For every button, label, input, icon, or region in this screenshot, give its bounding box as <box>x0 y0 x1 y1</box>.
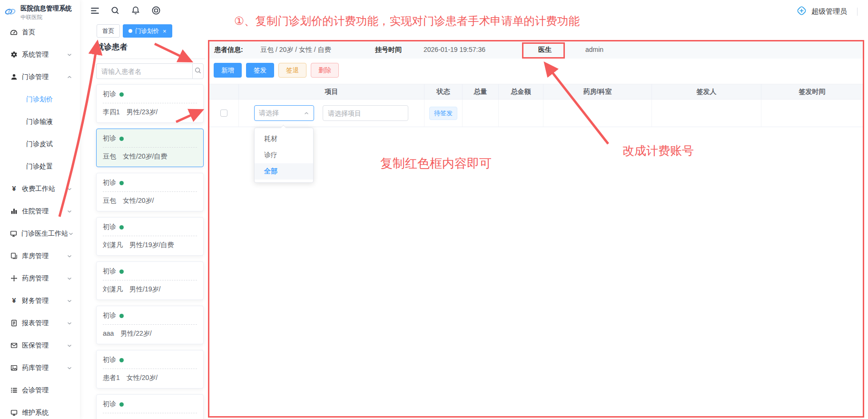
action-toolbar: 新增签发签退删除 <box>214 63 339 78</box>
patient-card[interactable]: 初诊豆包女性/20岁/ <box>96 173 204 211</box>
patient-card[interactable]: 初诊豆包女性/20岁/自费 <box>96 129 204 167</box>
close-icon[interactable]: × <box>163 28 167 35</box>
image-icon <box>10 364 18 372</box>
mail-icon <box>10 342 18 349</box>
patient-info: 女性/20岁/自费 <box>123 152 167 160</box>
row-checkbox[interactable] <box>220 110 227 117</box>
patient-card[interactable]: 初诊 <box>96 394 204 419</box>
status-dot-icon <box>119 225 124 229</box>
search-icon[interactable] <box>110 5 120 16</box>
sidebar-item-label: 药库管理 <box>22 364 49 372</box>
bell-icon[interactable] <box>130 5 141 16</box>
item-name-input[interactable] <box>323 105 408 121</box>
toolbar-button[interactable]: 新增 <box>214 63 242 78</box>
monitor-icon <box>10 230 17 238</box>
patient-summary: 豆包女性/20岁/自费 <box>103 152 197 161</box>
visit-type-badge: 初诊 <box>103 356 116 364</box>
patient-summary: 刘潇凡男性/19岁/ <box>103 285 197 294</box>
chevron-down-icon <box>67 209 72 214</box>
patient-info-label: 患者信息: <box>214 46 243 54</box>
patient-summary: 刘潇凡男性/19岁/自费 <box>103 241 197 249</box>
sidebar-subitem[interactable]: 门诊处置 <box>0 155 80 178</box>
chevron-down-icon <box>68 231 74 237</box>
patient-card[interactable]: 初诊李四1男性/23岁/ <box>96 84 204 123</box>
table-header-row: 项目状态总量总金额药房/科室签发人签发时间 <box>209 84 863 100</box>
dashboard-icon <box>10 29 18 36</box>
sidebar-subitem[interactable]: 门诊划价 <box>0 88 80 110</box>
dropdown-option[interactable]: 耗材 <box>255 131 313 147</box>
item-type-select[interactable]: 请选择 <box>254 105 314 121</box>
chevron-down-icon <box>67 276 72 281</box>
patient-info: 女性/20岁/ <box>123 197 154 204</box>
patient-panel: 就诊患者 初诊李四1男性/23岁/初诊豆包女性/20岁/自费初诊豆包女性/20岁… <box>93 42 205 419</box>
tab-label: 首页 <box>102 27 114 35</box>
status-dot-icon <box>119 137 124 141</box>
status-dot-icon <box>119 402 124 407</box>
svg-text:¥: ¥ <box>12 185 16 192</box>
sidebar-item[interactable]: 药房管理 <box>0 267 80 289</box>
hospital-logo-icon <box>4 5 17 20</box>
status-dot-icon <box>119 358 124 362</box>
sidebar-item[interactable]: 会诊管理 <box>0 379 80 401</box>
visit-type-row: 初诊 <box>103 179 197 187</box>
sidebar-item[interactable]: ¥财务管理 <box>0 289 80 312</box>
visit-type-row: 初诊 <box>103 311 197 320</box>
theme-icon[interactable] <box>151 5 161 16</box>
chevron-down-icon <box>67 52 72 58</box>
column-header <box>209 84 239 100</box>
sidebar-item[interactable]: 首页 <box>0 21 80 43</box>
tab-active[interactable]: 门诊划价× <box>123 24 172 38</box>
patient-card[interactable]: 初诊刘潇凡男性/19岁/ <box>96 261 204 300</box>
sidebar-item-label: 系统管理 <box>22 50 49 59</box>
sidebar-item[interactable]: 住院管理 <box>0 200 80 222</box>
patient-card[interactable]: 初诊aaa男性/22岁/ <box>96 306 204 344</box>
user-area[interactable]: 超级管理员 <box>796 5 858 18</box>
patient-summary: aaa男性/22岁/ <box>103 329 197 338</box>
patient-card[interactable]: 初诊刘潇凡男性/19岁/自费 <box>96 217 204 256</box>
patient-name: 刘潇凡 <box>103 241 123 249</box>
app-root: 医院信息管理系统 中联医院 首页系统管理门诊管理门诊划价门诊输液门诊皮试门诊处置… <box>0 0 868 419</box>
patient-name: 李四1 <box>103 108 120 116</box>
toolbar-button[interactable]: 签发 <box>246 63 274 78</box>
app-title: 医院信息管理系统 <box>20 4 72 13</box>
sidebar-item[interactable]: 维护系统 <box>0 401 80 419</box>
dropdown-option[interactable]: 诊疗 <box>255 147 313 163</box>
divider <box>857 8 858 16</box>
patient-info: 男性/22岁/ <box>120 329 151 337</box>
visit-type-badge: 初诊 <box>103 134 116 143</box>
fold-icon[interactable] <box>89 5 100 16</box>
annotation-note-top: ①、复制门诊划价的计费功能，实现对门诊患者手术申请单的计费功能 <box>234 13 580 29</box>
sidebar-item[interactable]: 报表管理 <box>0 312 80 334</box>
toolbar-button[interactable]: 签退 <box>278 63 306 78</box>
sidebar-item[interactable]: ¥收费工作站 <box>0 178 80 200</box>
sidebar-item[interactable]: 医保管理 <box>0 334 80 357</box>
sidebar-item[interactable]: 药库管理 <box>0 357 80 379</box>
sidebar-item-label: 维护系统 <box>22 409 49 417</box>
visit-type-badge: 初诊 <box>103 90 116 99</box>
sidebar-item[interactable]: 门诊管理 <box>0 66 80 88</box>
divider <box>103 191 197 192</box>
patient-list: 初诊李四1男性/23岁/初诊豆包女性/20岁/自费初诊豆包女性/20岁/初诊刘潇… <box>96 84 205 419</box>
divider <box>103 413 197 413</box>
sidebar-item[interactable]: 系统管理 <box>0 43 80 66</box>
toolbar-button[interactable]: 删除 <box>311 63 339 78</box>
sidebar-item[interactable]: 库房管理 <box>0 245 80 267</box>
sidebar-subitem[interactable]: 门诊输液 <box>0 110 80 133</box>
column-header: 项目 <box>239 84 424 100</box>
patient-name: 患者1 <box>103 374 120 381</box>
divider <box>103 147 197 148</box>
patient-card[interactable]: 初诊患者1女性/20岁/ <box>96 350 204 389</box>
sidebar-item[interactable]: 门诊医生工作站 <box>0 222 80 245</box>
dropdown-option[interactable]: 全部 <box>255 163 313 180</box>
copy-icon <box>10 252 18 260</box>
table-row: 请选择 待签发 <box>209 100 863 127</box>
sidebar-subitem[interactable]: 门诊皮试 <box>0 133 80 155</box>
patient-search-input[interactable] <box>96 63 192 79</box>
issue-time-cell <box>761 100 863 127</box>
list-icon <box>10 387 18 394</box>
barchart-icon <box>10 208 18 215</box>
patient-search-button[interactable] <box>192 63 204 79</box>
search-icon <box>194 67 202 76</box>
tab-item[interactable]: 首页 <box>97 24 120 38</box>
sidebar-item-label: 首页 <box>22 28 35 37</box>
